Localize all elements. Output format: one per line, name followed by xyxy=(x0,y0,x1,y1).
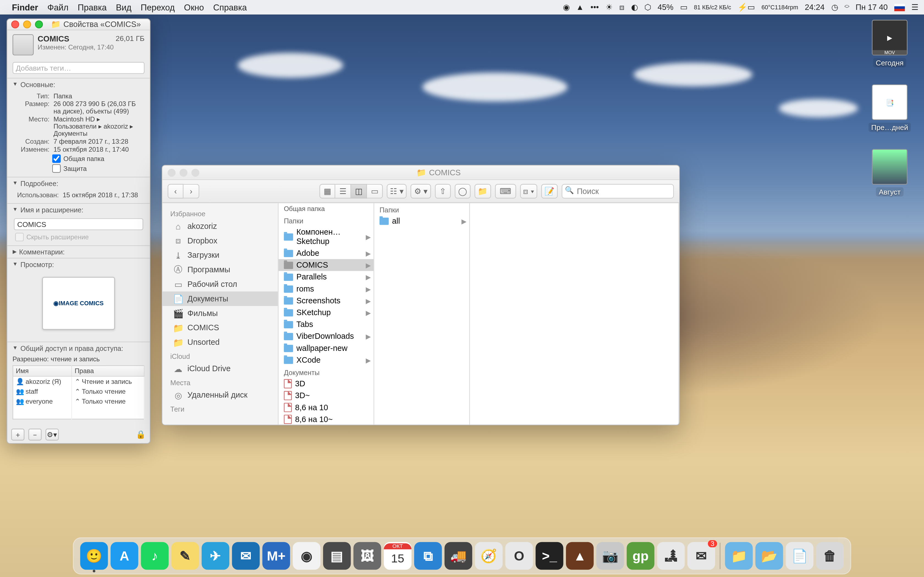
list-item[interactable]: 8,6 на 10~ xyxy=(279,414,374,425)
status-timemachine-icon[interactable]: ◐ xyxy=(631,3,638,12)
dropbox-button[interactable]: ⧈ ▾ xyxy=(520,184,537,199)
status-brightness-icon[interactable]: ☀ xyxy=(606,3,613,12)
shared-checkbox[interactable] xyxy=(52,154,61,163)
menu-edit[interactable]: Правка xyxy=(78,2,107,12)
menu-extra-icon[interactable]: ☰ xyxy=(911,3,919,12)
status-more-icon[interactable]: ••• xyxy=(590,3,599,12)
search-field[interactable] xyxy=(562,184,674,199)
menu-go[interactable]: Переход xyxy=(141,2,175,12)
desktop-item-prev[interactable]: 📑 Пре…дней xyxy=(863,84,916,132)
list-item[interactable]: Screenshots▶ xyxy=(279,295,374,307)
forward-button[interactable]: › xyxy=(183,184,199,199)
section-sharing-toggle[interactable]: ▼Общий доступ и права доступа: xyxy=(7,342,150,354)
dock-thunderbird[interactable]: ✉ xyxy=(232,542,260,570)
list-item[interactable]: XCode▶ xyxy=(279,354,374,366)
dock-safari[interactable]: 🧭 xyxy=(475,542,503,570)
sidebar-item-akozoriz[interactable]: ⌂akozoriz xyxy=(162,219,278,234)
list-item[interactable]: SKetchup▶ xyxy=(279,307,374,318)
dock-appstore[interactable]: A xyxy=(111,542,138,570)
zoom-button[interactable] xyxy=(35,20,43,28)
dock-docs[interactable]: 📄 xyxy=(786,542,813,570)
close-button[interactable] xyxy=(168,168,176,176)
status-shield-icon[interactable]: ⬡ xyxy=(645,3,651,12)
connect-button[interactable]: ⌨ xyxy=(495,184,516,199)
dock-images[interactable]: 🏞 xyxy=(657,542,685,570)
dock-trash[interactable]: 🗑 xyxy=(816,542,844,570)
menu-view[interactable]: Вид xyxy=(116,2,131,12)
info-titlebar[interactable]: 📁 Свойства «COMICS» xyxy=(7,19,150,30)
notes-button[interactable]: 📝 xyxy=(541,184,558,199)
section-preview-toggle[interactable]: ▼Просмотр: xyxy=(7,258,150,270)
app-name[interactable]: Finder xyxy=(12,2,38,12)
zoom-button[interactable] xyxy=(191,168,199,176)
section-name-ext-toggle[interactable]: ▼Имя и расширение: xyxy=(7,203,150,215)
dock-finder[interactable]: 🙂 xyxy=(80,542,108,570)
flag-icon[interactable] xyxy=(894,3,905,11)
locked-checkbox[interactable] xyxy=(52,164,61,172)
minimize-button[interactable] xyxy=(179,168,187,176)
list-item[interactable]: 3D~ xyxy=(279,390,374,401)
battery-pct[interactable]: 45% xyxy=(657,3,674,12)
dock-opera[interactable]: O xyxy=(505,542,533,570)
dock-terminal[interactable]: >_ xyxy=(536,542,564,570)
wifi-icon[interactable]: ⌔ xyxy=(845,3,849,12)
list-item[interactable]: Компонен…Sketchup▶ xyxy=(279,226,374,247)
table-row[interactable]: 👤 akozoriz (Я)⌃ Чтение и запись xyxy=(13,376,144,386)
desktop-item-august[interactable]: Август xyxy=(863,149,916,197)
sidebar-item-фильмы[interactable]: 🎬Фильмы xyxy=(162,306,278,321)
dock-flame[interactable]: ▲ xyxy=(566,542,594,570)
dock-transmit[interactable]: 🚚 xyxy=(444,542,472,570)
clock[interactable]: 24:24 xyxy=(804,3,824,12)
sidebar-item-документы[interactable]: 📄Документы xyxy=(162,292,278,306)
dock-folder-dl[interactable]: 📁 xyxy=(725,542,753,570)
table-row[interactable]: 👥 everyone⌃ Только чтение xyxy=(13,396,144,406)
dock-chrome[interactable]: ◉ xyxy=(292,542,320,570)
charge-icon[interactable]: ⚡▭ xyxy=(738,3,754,12)
tags-button[interactable]: ◯ xyxy=(455,184,470,199)
dock-folder[interactable]: 📂 xyxy=(755,542,783,570)
list-item[interactable]: Parallels▶ xyxy=(279,271,374,283)
date[interactable]: Пн 17 40 xyxy=(856,3,888,12)
sidebar-item-загрузки[interactable]: ⤓Загрузки xyxy=(162,248,278,263)
section-comments-toggle[interactable]: ▶Комментарии: xyxy=(7,246,150,258)
action-menu-button[interactable]: ⚙▾ xyxy=(46,429,59,440)
dock-preview[interactable]: 🖼 xyxy=(354,542,381,570)
status-flame-icon[interactable]: ▲ xyxy=(576,3,584,12)
sidebar-item-программы[interactable]: ⒶПрограммы xyxy=(162,263,278,277)
list-item[interactable]: ViberDownloads▶ xyxy=(279,330,374,342)
sidebar-item-remote[interactable]: ◎Удаленный диск xyxy=(162,388,278,402)
share-button[interactable]: ⇧ xyxy=(435,184,451,199)
minimize-button[interactable] xyxy=(23,20,31,28)
view-list-button[interactable]: ☰ xyxy=(335,184,351,199)
clock-icon[interactable]: ◷ xyxy=(831,3,838,12)
view-icon-button[interactable]: ▦ xyxy=(320,184,336,199)
list-item[interactable]: roms▶ xyxy=(279,283,374,295)
status-indicator-icon[interactable]: ◉ xyxy=(563,3,570,12)
remove-user-button[interactable]: － xyxy=(28,429,42,440)
close-button[interactable] xyxy=(11,20,19,28)
arrange-button[interactable]: ☷ ▾ xyxy=(387,184,407,199)
menu-file[interactable]: Файл xyxy=(47,2,68,12)
dock-monosnap[interactable]: M+ xyxy=(262,542,290,570)
list-item[interactable]: 3D xyxy=(279,378,374,390)
new-folder-button[interactable]: 📁 xyxy=(474,184,491,199)
finder-titlebar[interactable]: 📁 COMICS xyxy=(162,165,679,180)
menu-window[interactable]: Окно xyxy=(184,2,204,12)
dock-guitarpro[interactable]: gp xyxy=(627,542,654,570)
dock-telegram[interactable]: ✈ xyxy=(202,542,229,570)
menu-help[interactable]: Справка xyxy=(213,2,247,12)
dock-vscode[interactable]: ⧉ xyxy=(414,542,442,570)
view-gallery-button[interactable]: ▭ xyxy=(367,184,383,199)
list-item[interactable]: wallpaper-new xyxy=(279,342,374,354)
sidebar-item-dropbox[interactable]: ⧈Dropbox xyxy=(162,234,278,248)
dock-camera[interactable]: 📷 xyxy=(596,542,624,570)
dock-calendar[interactable]: ОКТ15 xyxy=(384,542,412,570)
list-item[interactable]: 8,6 на 10 xyxy=(279,402,374,414)
sidebar-item-icloud[interactable]: ☁iCloud Drive xyxy=(162,361,278,376)
name-ext-input[interactable] xyxy=(14,218,143,230)
dock-notes[interactable]: ✎ xyxy=(171,542,199,570)
list-item[interactable]: Adobe▶ xyxy=(279,247,374,259)
list-item[interactable]: COMICS▶ xyxy=(279,259,374,271)
sidebar-item-рабочий стол[interactable]: ▭Рабочий стол xyxy=(162,277,278,292)
section-more-toggle[interactable]: ▼Подробнее: xyxy=(7,177,150,189)
